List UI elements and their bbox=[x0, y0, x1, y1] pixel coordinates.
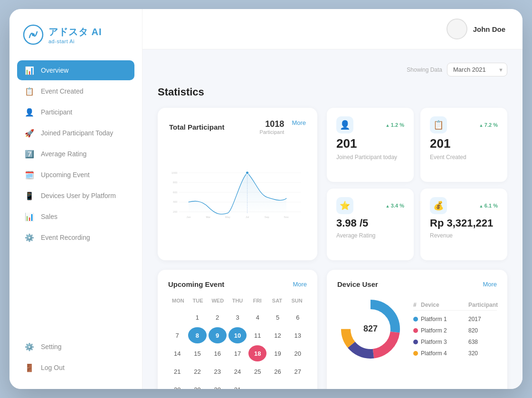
stat-cards: 👤 1.2 % 201 Joined Participant today 📋 7… bbox=[327, 108, 507, 260]
cal-cell-23[interactable]: 23 bbox=[209, 363, 227, 379]
svg-point-19 bbox=[246, 171, 248, 174]
cal-cell-13[interactable]: 13 bbox=[289, 327, 307, 343]
date-filter-select[interactable]: March 2021 January 2021 February 2021 Ap… bbox=[447, 63, 507, 76]
nav-label-event-created: Event Created bbox=[41, 87, 84, 95]
cal-cell-25[interactable]: 25 bbox=[248, 363, 266, 379]
peak-label: Participant bbox=[259, 129, 284, 135]
cal-cell-19[interactable]: 19 bbox=[268, 345, 286, 361]
nav-icon-upcoming-event: 🗓️ bbox=[25, 170, 34, 180]
nav-icon-overview: 📊 bbox=[25, 66, 34, 75]
col-device: Device bbox=[421, 302, 468, 308]
cal-cell-26[interactable]: 26 bbox=[268, 363, 286, 379]
sidebar-item-sales[interactable]: 📊 Sales bbox=[17, 207, 134, 227]
sidebar-item-event-created[interactable]: 📋 Event Created bbox=[17, 81, 134, 101]
svg-text:Mar: Mar bbox=[206, 216, 210, 218]
sidebar-item-joined-participant[interactable]: 🚀 Joined Participant Today bbox=[17, 123, 134, 143]
day-mon: MON bbox=[168, 296, 188, 305]
cal-cell-3[interactable]: 3 bbox=[228, 309, 247, 325]
stat-card-event-created: 📋 7.2 % 201 Event Created bbox=[420, 108, 507, 182]
nav-icon-average-rating: 7️⃣ bbox=[25, 149, 34, 159]
day-fri: FRI bbox=[247, 296, 267, 305]
cal-cell-11[interactable]: 11 bbox=[248, 327, 266, 343]
sidebar-item-overview[interactable]: 📊 Overview bbox=[17, 60, 134, 80]
cal-cell-blue-10[interactable]: 10 bbox=[228, 327, 247, 343]
cal-cell-1[interactable]: 1 bbox=[188, 309, 206, 325]
p3-dot bbox=[413, 340, 418, 344]
nav-label-upcoming-event: Upcoming Event bbox=[41, 171, 90, 179]
joined-desc: Joined Participant today bbox=[336, 154, 404, 161]
sidebar-item-setting[interactable]: ⚙️ Setting bbox=[17, 337, 134, 357]
cal-cell-red-18[interactable]: 18 bbox=[248, 345, 266, 361]
sidebar-item-event-recording[interactable]: ⚙️ Event Recording bbox=[17, 227, 134, 247]
cal-cell-6[interactable]: 6 bbox=[289, 309, 307, 325]
svg-text:1000: 1000 bbox=[171, 171, 178, 174]
cal-cell-12[interactable]: 12 bbox=[268, 327, 286, 343]
cal-cell-28[interactable]: 28 bbox=[168, 381, 186, 389]
sidebar-item-logout[interactable]: 🚪 Log Out bbox=[17, 358, 134, 378]
cal-cell-30[interactable]: 30 bbox=[209, 381, 227, 389]
event-created-icon: 📋 bbox=[430, 116, 447, 133]
cal-cell-22[interactable]: 22 bbox=[188, 363, 206, 379]
cal-cell-2[interactable]: 2 bbox=[209, 309, 227, 325]
nav-label-participant: Participant bbox=[41, 108, 72, 116]
chart-subheader: Total Participant 1018 Participant More bbox=[169, 119, 306, 135]
cal-cell-16[interactable]: 16 bbox=[209, 345, 227, 361]
sidebar-item-participant[interactable]: 👤 Participant bbox=[17, 102, 134, 122]
calendar-header: Upcoming Event More bbox=[168, 280, 307, 288]
sidebar-item-average-rating[interactable]: 7️⃣ Average Rating bbox=[17, 144, 134, 164]
donut-wrap: 827 bbox=[337, 296, 404, 362]
cal-cell-blue-9[interactable]: 9 bbox=[209, 327, 227, 343]
cal-cell-20[interactable]: 20 bbox=[289, 345, 307, 361]
content-area[interactable]: Showing Data March 2021 January 2021 Feb… bbox=[142, 49, 522, 389]
cal-cell-17[interactable]: 17 bbox=[228, 345, 247, 361]
cal-cell-7[interactable]: 7 bbox=[168, 327, 186, 343]
event-created-desc: Event Created bbox=[430, 154, 498, 161]
chart-more-link[interactable]: More bbox=[292, 119, 306, 126]
cal-cell-blue-8[interactable]: 8 bbox=[188, 327, 206, 343]
svg-text:Jan: Jan bbox=[187, 216, 191, 218]
filter-select-wrap[interactable]: March 2021 January 2021 February 2021 Ap… bbox=[447, 63, 507, 76]
calendar-days-header: MON TUE WED THU FRI SAT SUN bbox=[168, 296, 307, 305]
nav-icon-devices-user: 📱 bbox=[25, 191, 34, 200]
nav-items: 📊 Overview📋 Event Created👤 Participant🚀 … bbox=[10, 60, 142, 337]
event-created-change: 7.2 % bbox=[479, 122, 498, 128]
device-row-p3: Platform 3 638 bbox=[413, 336, 497, 348]
sidebar: アドスタ AI ad-start Ai 📊 Overview📋 Event Cr… bbox=[10, 9, 142, 389]
cal-cell-24[interactable]: 24 bbox=[228, 363, 247, 379]
cal-cell-4[interactable]: 4 bbox=[248, 309, 266, 325]
revenue-change: 6.1 % bbox=[479, 203, 498, 208]
nav-icon-joined-participant: 🚀 bbox=[25, 128, 34, 138]
device-table-header: # Device Participant bbox=[413, 300, 497, 311]
calendar-more-link[interactable]: More bbox=[293, 281, 307, 288]
nav-icon-participant: 👤 bbox=[25, 107, 34, 117]
stat-card-top-revenue: 💰 6.1 % bbox=[430, 197, 498, 214]
cal-cell-empty bbox=[168, 309, 186, 325]
cal-cell-21[interactable]: 21 bbox=[168, 363, 186, 379]
nav-label-average-rating: Average Rating bbox=[41, 150, 86, 158]
device-title: Device User bbox=[337, 280, 378, 288]
cal-cell-5[interactable]: 5 bbox=[268, 309, 286, 325]
device-more-link[interactable]: More bbox=[483, 281, 497, 288]
col-participant: Participant bbox=[468, 302, 497, 308]
cal-cell-29[interactable]: 29 bbox=[188, 381, 206, 389]
filter-bar: Showing Data March 2021 January 2021 Feb… bbox=[158, 63, 507, 76]
svg-text:800: 800 bbox=[173, 181, 177, 184]
p1-value: 2017 bbox=[468, 316, 497, 322]
sidebar-item-devices-user[interactable]: 📱 Devices User by Platform bbox=[17, 186, 134, 206]
stat-card-top-joined: 👤 1.2 % bbox=[336, 116, 404, 133]
device-row-p2: Platform 2 820 bbox=[413, 325, 497, 336]
chart-peak: 1018 Participant bbox=[259, 119, 284, 135]
p4-value: 320 bbox=[468, 350, 497, 357]
sidebar-item-upcoming-event[interactable]: 🗓️ Upcoming Event bbox=[17, 165, 134, 185]
second-row: Upcoming Event More MON TUE WED THU FRI … bbox=[158, 270, 507, 389]
cal-cell-15[interactable]: 15 bbox=[188, 345, 206, 361]
statistics-title: Statistics bbox=[158, 86, 507, 98]
cal-cell-empty bbox=[248, 381, 266, 389]
rating-change: 3.4 % bbox=[385, 203, 404, 208]
cal-cell-14[interactable]: 14 bbox=[168, 345, 186, 361]
cal-cell-31[interactable]: 31 bbox=[228, 381, 247, 389]
nav-icon-setting: ⚙️ bbox=[25, 342, 34, 351]
cal-cell-27[interactable]: 27 bbox=[289, 363, 307, 379]
device-row-p1: Platform 1 2017 bbox=[413, 313, 497, 325]
stat-card-joined: 👤 1.2 % 201 Joined Participant today bbox=[327, 108, 414, 182]
